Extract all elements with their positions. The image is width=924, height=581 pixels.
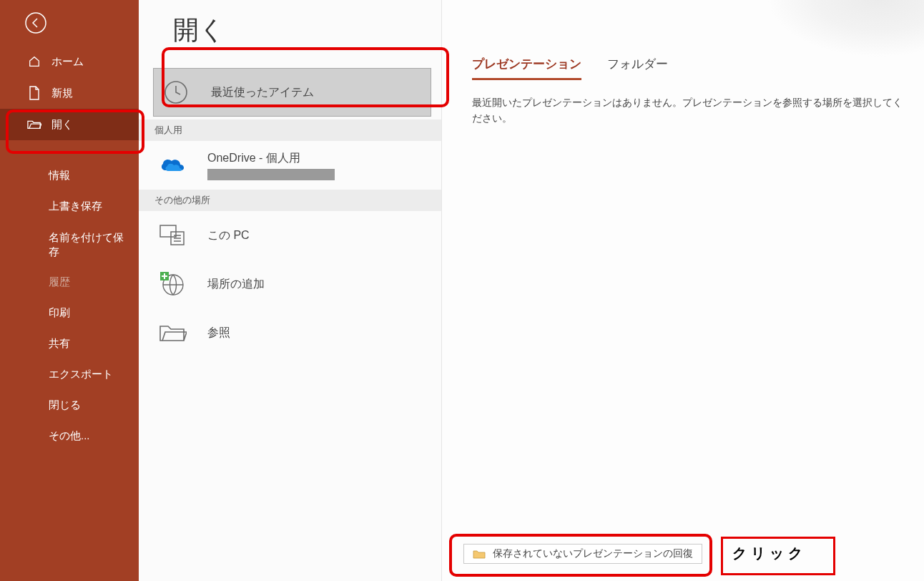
sidebar-item-label: エクスポート: [49, 368, 113, 381]
onedrive-icon: [157, 150, 187, 180]
source-thispc[interactable]: この PC: [139, 211, 441, 260]
source-browse[interactable]: 参照: [139, 308, 441, 357]
thispc-icon: [157, 220, 187, 250]
sidebar-item-label: 名前を付けて保存: [49, 230, 132, 258]
sidebar-item-share[interactable]: 共有: [0, 328, 139, 359]
sidebar-item-new[interactable]: 新規: [0, 77, 139, 109]
open-tabs: プレゼンテーション フォルダー: [472, 56, 910, 80]
clock-icon: [161, 77, 191, 107]
annotation-click: クリック: [732, 544, 807, 563]
addplace-icon: [157, 269, 187, 299]
sidebar-item-more[interactable]: その他...: [0, 421, 139, 451]
back-button[interactable]: [21, 9, 50, 37]
folder-icon: [157, 318, 187, 348]
folder-small-icon: [473, 549, 486, 559]
sidebar-item-label: 上書き保存: [49, 200, 102, 213]
svg-point-0: [26, 13, 46, 33]
source-label: OneDrive - 個人用: [207, 151, 335, 166]
recover-label: 保存されていないプレゼンテーションの回復: [493, 547, 693, 560]
tab-folders[interactable]: フォルダー: [607, 56, 668, 80]
page-title: 開く: [139, 10, 441, 64]
folder-open-icon: [27, 117, 41, 132]
sidebar-item-open[interactable]: 開く: [0, 109, 139, 140]
watermark-decoration: [767, 0, 924, 57]
source-section-other: その他の場所: [139, 190, 441, 211]
empty-recent-message: 最近開いたプレゼンテーションはありません。プレゼンテーションを参照する場所を選択…: [472, 94, 910, 127]
sidebar-item-saveas[interactable]: 名前を付けて保存: [0, 222, 139, 267]
sidebar-item-label: 共有: [49, 337, 70, 351]
sidebar-item-label: 情報: [49, 169, 70, 182]
sidebar-item-label: 新規: [51, 87, 73, 100]
svg-rect-2: [160, 225, 176, 237]
source-label: 参照: [207, 326, 230, 341]
sidebar-item-export[interactable]: エクスポート: [0, 359, 139, 390]
sidebar-item-info[interactable]: 情報: [0, 160, 139, 191]
new-doc-icon: [27, 86, 41, 100]
sidebar-item-print[interactable]: 印刷: [0, 298, 139, 328]
source-addplace[interactable]: 場所の追加: [139, 260, 441, 308]
sidebar-item-history: 履歴: [0, 267, 139, 298]
sidebar-item-label: 開く: [51, 118, 73, 132]
backstage-sidebar: ホーム 新規 開く 情報 上書き保存: [0, 0, 139, 581]
source-onedrive[interactable]: OneDrive - 個人用: [139, 141, 441, 190]
source-label: 場所の追加: [207, 277, 265, 292]
sidebar-item-label: 閉じる: [49, 399, 81, 412]
onedrive-account-redacted: [207, 169, 335, 180]
sidebar-item-home[interactable]: ホーム: [0, 46, 139, 77]
tab-presentations[interactable]: プレゼンテーション: [472, 56, 581, 80]
sidebar-item-label: その他...: [49, 429, 90, 443]
source-label: この PC: [207, 228, 250, 243]
sidebar-item-label: 印刷: [49, 306, 70, 320]
source-label: 最近使ったアイテム: [211, 85, 314, 100]
recover-unsaved-button[interactable]: 保存されていないプレゼンテーションの回復: [463, 544, 702, 564]
sidebar-item-close[interactable]: 閉じる: [0, 390, 139, 421]
source-section-personal: 個人用: [139, 119, 441, 141]
home-icon: [27, 54, 41, 69]
open-source-list: 開く 最近使ったアイテム 個人用 OneDrive - 個人用: [139, 0, 442, 581]
source-recent[interactable]: 最近使ったアイテム: [153, 68, 431, 117]
open-main-area: プレゼンテーション フォルダー 最近開いたプレゼンテーションはありません。プレゼ…: [442, 0, 924, 581]
sidebar-item-save[interactable]: 上書き保存: [0, 191, 139, 222]
sidebar-item-label: ホーム: [51, 55, 84, 69]
sidebar-item-label: 履歴: [49, 275, 70, 289]
